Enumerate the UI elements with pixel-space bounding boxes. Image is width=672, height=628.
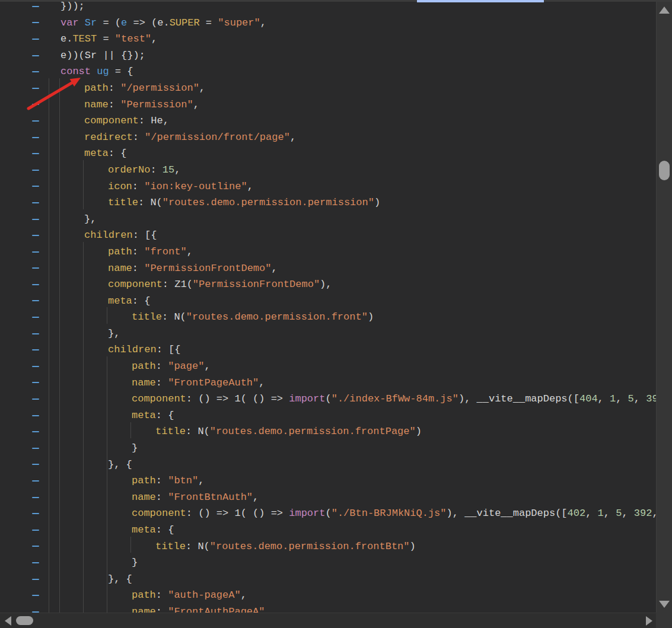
scroll-left-arrow-icon[interactable] — [5, 616, 11, 626]
line-gutter[interactable] — [0, 63, 47, 80]
pretty-print-line-marker — [32, 300, 39, 301]
pretty-print-line-marker — [32, 431, 39, 432]
line-gutter[interactable] — [0, 440, 47, 457]
code-text: name: "FrontAuthPageA", — [47, 604, 271, 613]
line-gutter[interactable] — [0, 276, 47, 293]
code-line: title: N("routes.demo.permission.front") — [0, 309, 656, 326]
line-gutter[interactable] — [0, 178, 47, 195]
code-line: name: "FrontAuthPageA", — [0, 604, 656, 613]
line-gutter[interactable] — [0, 604, 47, 613]
code-line: } — [0, 440, 656, 457]
code-line: path: "/permission", — [0, 80, 656, 97]
line-gutter[interactable] — [0, 505, 47, 522]
line-gutter[interactable] — [0, 309, 47, 326]
code-line: }, { — [0, 457, 656, 473]
scroll-down-arrow-icon[interactable] — [659, 601, 670, 608]
code-line: title: N("routes.demo.permission.frontPa… — [0, 423, 656, 440]
line-gutter[interactable] — [0, 80, 47, 97]
line-gutter[interactable] — [0, 538, 47, 555]
code-text: name: "Permission", — [47, 97, 199, 113]
line-gutter[interactable] — [0, 293, 47, 310]
pretty-print-line-marker — [32, 55, 39, 56]
line-gutter[interactable] — [0, 391, 47, 407]
code-line: component: Z1("PermissionFrontDemo"), — [0, 276, 656, 293]
code-line: meta: { — [0, 293, 656, 310]
line-gutter[interactable] — [0, 489, 47, 506]
code-text: path: "front", — [47, 244, 193, 260]
pretty-print-line-marker — [32, 464, 39, 465]
line-gutter[interactable] — [0, 554, 47, 571]
code-line: }, — [0, 326, 656, 342]
code-line: var Sr = (e => (e.SUPER = "super", — [0, 15, 656, 31]
code-line: }, — [0, 211, 656, 228]
code-line: })); — [0, 2, 656, 15]
pretty-print-line-marker — [32, 104, 39, 105]
pretty-print-line-marker — [32, 186, 39, 187]
code-line: children: [{ — [0, 227, 656, 244]
pretty-print-line-marker — [32, 448, 39, 449]
line-gutter[interactable] — [0, 195, 47, 211]
code-line: title: N("routes.demo.permission.permiss… — [0, 195, 656, 211]
line-gutter[interactable] — [0, 113, 47, 129]
line-gutter[interactable] — [0, 31, 47, 47]
code-editor[interactable]: }));var Sr = (e => (e.SUPER = "super",e.… — [0, 2, 656, 613]
pretty-print-line-marker — [32, 267, 39, 269]
code-line: const ug = { — [0, 63, 656, 80]
code-text: }, — [47, 326, 120, 342]
line-gutter[interactable] — [0, 129, 47, 146]
code-text: component: He, — [47, 113, 169, 129]
line-gutter[interactable] — [0, 423, 47, 440]
line-gutter[interactable] — [0, 162, 47, 178]
scroll-right-arrow-icon[interactable] — [646, 616, 652, 626]
vertical-scrollbar[interactable] — [656, 2, 672, 613]
line-gutter[interactable] — [0, 457, 47, 473]
line-gutter[interactable] — [0, 375, 47, 391]
code-text: orderNo: 15, — [47, 162, 180, 178]
line-gutter[interactable] — [0, 97, 47, 113]
line-gutter[interactable] — [0, 473, 47, 489]
code-text: title: N("routes.demo.permission.permiss… — [47, 195, 380, 211]
code-text: path: "btn", — [47, 473, 204, 489]
horizontal-scrollbar[interactable] — [0, 613, 656, 628]
code-lines: }));var Sr = (e => (e.SUPER = "super",e.… — [0, 2, 656, 613]
code-text: path: "/permission", — [47, 80, 205, 97]
pretty-print-line-marker — [32, 202, 39, 203]
pretty-print-line-marker — [32, 513, 39, 514]
pretty-print-line-marker — [32, 251, 39, 253]
code-text: children: [{ — [47, 227, 157, 244]
line-gutter[interactable] — [0, 47, 47, 64]
code-line: component: () => 1( () => import("./Btn-… — [0, 505, 656, 522]
code-line: meta: { — [0, 145, 656, 162]
scroll-up-arrow-icon[interactable] — [659, 7, 670, 14]
line-gutter[interactable] — [0, 358, 47, 375]
line-gutter[interactable] — [0, 587, 47, 604]
code-line: } — [0, 554, 656, 571]
code-text: e))(Sr || {}); — [47, 47, 145, 64]
pretty-print-line-marker — [32, 22, 39, 23]
horizontal-scrollbar-thumb[interactable] — [16, 616, 33, 625]
line-gutter[interactable] — [0, 407, 47, 424]
panel-top-edge — [0, 0, 672, 2]
code-line: component: He, — [0, 113, 656, 129]
code-line: name: "PermissionFrontDemo", — [0, 260, 656, 277]
line-gutter[interactable] — [0, 260, 47, 277]
code-text: const ug = { — [47, 63, 133, 80]
pretty-print-line-marker — [32, 595, 39, 596]
pretty-print-line-marker — [32, 366, 39, 367]
line-gutter[interactable] — [0, 326, 47, 342]
line-gutter[interactable] — [0, 2, 47, 15]
pretty-print-line-marker — [32, 153, 39, 154]
vertical-scrollbar-thumb[interactable] — [659, 161, 670, 180]
code-line: orderNo: 15, — [0, 162, 656, 178]
line-gutter[interactable] — [0, 342, 47, 358]
code-text: })); — [47, 2, 85, 15]
pretty-print-line-marker — [32, 497, 39, 498]
line-gutter[interactable] — [0, 145, 47, 162]
line-gutter[interactable] — [0, 522, 47, 538]
line-gutter[interactable] — [0, 211, 47, 228]
code-text: }, — [47, 211, 96, 228]
line-gutter[interactable] — [0, 571, 47, 588]
line-gutter[interactable] — [0, 227, 47, 244]
line-gutter[interactable] — [0, 15, 47, 31]
line-gutter[interactable] — [0, 244, 47, 260]
